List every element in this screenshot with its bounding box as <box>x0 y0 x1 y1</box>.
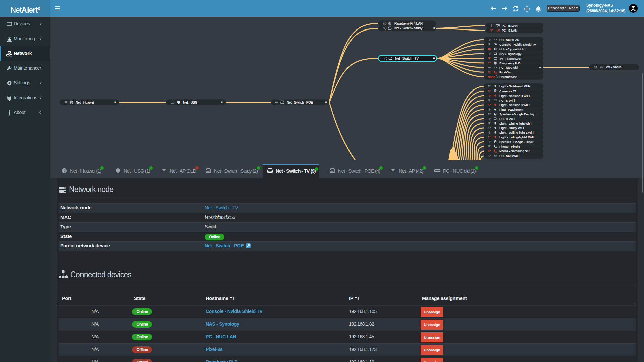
svg-text:NAS - Synology: NAS - Synology <box>499 52 522 56</box>
svg-text:Net - Switch - POE: Net - Switch - POE <box>287 101 313 104</box>
svg-text:Net - USG: Net - USG <box>183 101 197 104</box>
svg-text:PC - NUC LAN: PC - NUC LAN <box>499 38 520 42</box>
svg-text:Light - Study WiFi: Light - Study WiFi <box>499 126 524 130</box>
svg-text:None: None <box>488 75 495 79</box>
svg-text:TV - Frame LAN: TV - Frame LAN <box>499 57 522 60</box>
svg-text:Light - bedside B WiFi: Light - bedside B WiFi <box>499 94 530 98</box>
svg-text:Light - Sideboard WiFi: Light - Sideboard WiFi <box>499 84 530 88</box>
svg-text:PC - S LAN: PC - S LAN <box>502 28 517 32</box>
svg-text:Light - bedside S WiFi: Light - bedside S WiFi <box>499 103 529 107</box>
svg-text:Speaker - Google - Black: Speaker - Google - Black <box>499 140 534 144</box>
svg-text:Console - Nvidia Shield TV: Console - Nvidia Shield TV <box>499 43 536 46</box>
svg-text:Raspberry Pi B: Raspberry Pi B <box>499 61 520 65</box>
svg-text:PC - B LAN: PC - B LAN <box>502 24 518 27</box>
svg-text:PC - NUC WiFi: PC - NUC WiFi <box>499 154 519 158</box>
svg-text:Speaker - Google Display: Speaker - Google Display <box>499 112 535 116</box>
svg-text:PC - B WiFi: PC - B WiFi <box>499 117 515 121</box>
svg-text:Hub - Cygnet Hub: Hub - Cygnet Hub <box>499 47 524 51</box>
svg-text:Light - ceiling-light-2 WiFi: Light - ceiling-light-2 WiFi <box>499 135 534 139</box>
svg-text:Chromecast: Chromecast <box>499 75 517 79</box>
svg-text:PC - NUC old: PC - NUC old <box>499 66 518 69</box>
svg-text:Phone - Pixel 6: Phone - Pixel 6 <box>499 145 520 148</box>
svg-text:VM - NixOS: VM - NixOS <box>606 65 622 69</box>
svg-text:Light - Dining light WiFi: Light - Dining light WiFi <box>499 122 531 125</box>
svg-text:Net - Huawei: Net - Huawei <box>76 101 94 104</box>
svg-text:Plug - Washroom: Plug - Washroom <box>499 108 523 111</box>
svg-text:4: 4 <box>384 57 385 60</box>
svg-text:3: 3 <box>383 27 385 30</box>
svg-text:Net - Switch - Study: Net - Switch - Study <box>394 26 423 30</box>
svg-text:Light - ceiling-light-1 WiFi: Light - ceiling-light-1 WiFi <box>499 131 534 134</box>
svg-text:1: 1 <box>171 101 173 104</box>
svg-text:Camera - E1: Camera - E1 <box>499 89 517 93</box>
svg-text:Pixel-3a: Pixel-3a <box>499 70 511 74</box>
svg-text:PC - S WiFi: PC - S WiFi <box>499 99 515 102</box>
svg-text:Net - Switch - TV: Net - Switch - TV <box>395 57 419 60</box>
svg-text:Raspberry Pi 4 LAN: Raspberry Pi 4 LAN <box>394 22 423 25</box>
svg-text:Phone - Samsung S10: Phone - Samsung S10 <box>499 149 530 153</box>
svg-text:5: 5 <box>383 22 385 25</box>
